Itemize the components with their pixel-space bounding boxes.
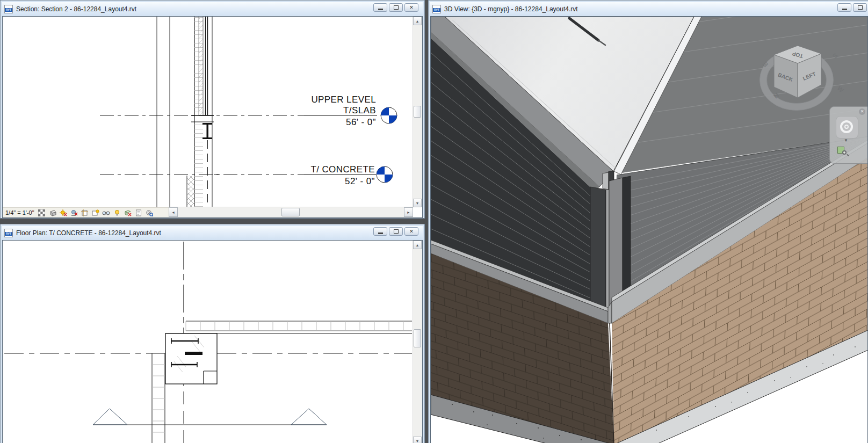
close-icon: ✕ (409, 5, 414, 10)
temporary-hide-isolate-icon[interactable] (102, 208, 111, 217)
close-icon: ✕ (409, 229, 414, 234)
maximize-button[interactable] (389, 227, 403, 236)
section-window: RVT Section: Section 2 - 86-12284_Layout… (0, 0, 425, 219)
sun-path-icon[interactable] (59, 208, 68, 217)
steel-beam-bottom-flange (202, 137, 212, 139)
rvt-file-icon: RVT (4, 5, 13, 13)
section-window-titlebar[interactable]: RVT Section: Section 2 - 86-12284_Layout… (2, 2, 423, 16)
vertical-scroll-thumb[interactable] (414, 329, 421, 347)
floor-plan-canvas[interactable]: ▲ ▼ (2, 240, 423, 443)
scroll-right-button[interactable]: ► (404, 207, 413, 217)
level1-name-line1: UPPER LEVEL (311, 95, 376, 105)
corner-trim (590, 171, 631, 309)
temporary-view-properties-icon[interactable] (134, 208, 143, 217)
minimize-button[interactable] (837, 3, 851, 12)
plan-triangle-symbols (93, 409, 327, 425)
minimize-icon (378, 233, 383, 234)
steel-beam-top-flange (202, 123, 212, 125)
maximize-icon (394, 229, 399, 234)
scroll-up-button[interactable]: ▲ (413, 241, 422, 249)
rvt-file-icon: RVT (4, 229, 13, 237)
steel-beam-web (207, 125, 209, 137)
section-view-canvas[interactable]: UPPER LEVEL T/SLAB 56' - 0" T/ CONCRETE … (2, 16, 423, 218)
plan-vertical-wall-strip (152, 353, 165, 443)
reveal-hidden-elements-icon[interactable] (113, 208, 121, 217)
detail-level-icon[interactable] (38, 208, 46, 217)
horizontal-scroll-thumb[interactable] (281, 208, 300, 216)
show-crop-region-icon[interactable] (91, 208, 100, 217)
rvt-file-icon: RVT (432, 5, 441, 13)
scroll-down-button[interactable]: ▼ (413, 199, 422, 207)
scale-button[interactable]: 1/4" = 1'-0" (5, 209, 34, 216)
analytical-model-icon[interactable] (124, 208, 132, 217)
scroll-left-button[interactable]: ◄ (169, 207, 178, 217)
level2-name-line1: T/ CONCRETE (310, 164, 375, 175)
three-d-view-canvas[interactable]: N W S E TOP BACK LEFT ✕ (430, 16, 868, 443)
plan-wall-band (165, 321, 412, 333)
floor-plan-window: RVT Floor Plan: T/ CONCRETE - 86-12284_L… (0, 224, 425, 443)
magnifier-icon (842, 150, 847, 155)
shadows-icon[interactable] (70, 208, 78, 217)
three-d-window-title: 3D View: {3D - mgnyp} - 86-12284_Layout4… (444, 5, 578, 13)
vertical-scrollbar[interactable]: ▲ ▼ (413, 241, 422, 443)
three-d-scene: N W S E TOP BACK LEFT (431, 17, 867, 443)
level-upper-level-tslab[interactable]: UPPER LEVEL T/SLAB 56' - 0" (100, 95, 397, 127)
section-drawing: UPPER LEVEL T/SLAB 56' - 0" T/ CONCRETE … (3, 17, 414, 207)
plan-wall-cut-segment (185, 352, 202, 355)
three-d-window-titlebar[interactable]: RVT 3D View: {3D - mgnyp} - 86-12284_Lay… (430, 2, 868, 16)
floor-plan-window-title: Floor Plan: T/ CONCRETE - 86-12284_Layou… (16, 229, 161, 237)
minimize-icon (842, 9, 847, 10)
level2-head-icon (377, 166, 393, 183)
reveal-constraints-icon[interactable] (145, 208, 154, 217)
maximize-icon (394, 5, 399, 10)
section-window-title: Section: Section 2 - 86-12284_Layout4.rv… (16, 5, 136, 13)
close-button[interactable]: ✕ (404, 3, 418, 12)
level1-head-icon (381, 107, 397, 124)
close-button[interactable]: ✕ (404, 227, 418, 236)
level1-elevation: 56' - 0" (346, 117, 376, 127)
steering-wheel-dropdown-icon[interactable]: ▼ (844, 138, 848, 143)
horizontal-scrollbar[interactable]: ◄ ► (169, 207, 413, 217)
minimize-icon (378, 9, 383, 10)
maximize-button[interactable] (853, 3, 867, 12)
vertical-scrollbar[interactable]: ▲ ▼ (413, 17, 422, 207)
navigation-bar-close-icon[interactable]: ✕ (859, 108, 865, 115)
level1-name-line2: T/SLAB (343, 105, 376, 115)
visual-style-icon[interactable] (48, 208, 57, 217)
scroll-down-button[interactable]: ▼ (413, 437, 422, 443)
floor-plan-window-titlebar[interactable]: RVT Floor Plan: T/ CONCRETE - 86-12284_L… (2, 226, 423, 240)
three-d-window: RVT 3D View: {3D - mgnyp} - 86-12284_Lay… (428, 0, 868, 443)
scroll-up-button[interactable]: ▲ (413, 17, 422, 25)
maximize-icon (858, 5, 863, 10)
crop-view-icon[interactable] (81, 208, 89, 217)
zoom-button[interactable] (837, 146, 848, 156)
steering-wheel-button[interactable] (836, 116, 858, 139)
vertical-scroll-thumb[interactable] (414, 106, 421, 118)
maximize-button[interactable] (389, 3, 403, 12)
floor-plan-drawing (3, 241, 414, 443)
plan-column-detail (165, 333, 217, 384)
view-control-bar: 1/4" = 1'-0" (3, 207, 169, 217)
navigation-bar: ✕ ▼ (829, 106, 867, 164)
level2-elevation: 52' - 0" (345, 176, 375, 186)
minimize-button[interactable] (373, 227, 387, 236)
minimize-button[interactable] (373, 3, 387, 12)
level-t-concrete[interactable]: T/ CONCRETE 52' - 0" (100, 164, 393, 186)
